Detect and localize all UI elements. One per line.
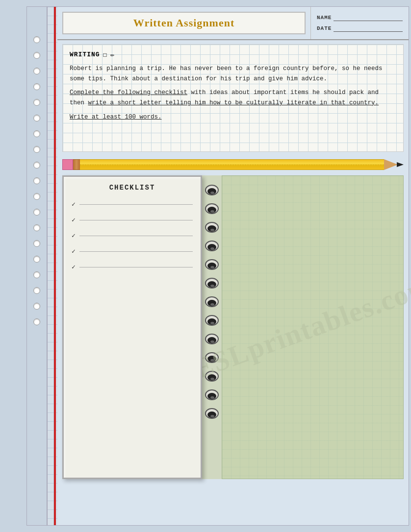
hole-6	[33, 115, 40, 121]
date-underline	[334, 25, 403, 32]
hole-4	[33, 83, 40, 90]
spiral-inner	[207, 411, 216, 418]
spiral-outer	[205, 222, 219, 233]
spiral-inner	[207, 263, 216, 269]
spiral-ring-6	[205, 277, 219, 289]
spiral-shine	[210, 192, 214, 194]
writing-paragraph-2: Complete the following checklist with id…	[70, 88, 396, 108]
hole-2	[33, 52, 40, 59]
spiral-outer	[205, 334, 219, 344]
holes-bar	[27, 7, 48, 525]
checkmark-3: ✓	[72, 232, 76, 240]
notebook-page: ESLprintables.com	[222, 175, 404, 479]
spiral-ring-13	[205, 408, 219, 419]
checkmark-4: ✓	[72, 247, 76, 255]
spiral-shine	[210, 285, 214, 287]
spiral-outer	[205, 241, 219, 251]
checkmark-5: ✓	[72, 263, 76, 271]
spiral-shine	[210, 229, 214, 231]
spiral-inner	[207, 207, 216, 213]
pencil-decoration	[57, 157, 409, 172]
spiral-outer	[205, 371, 219, 382]
writing-section: WRITING ☐ ✏ Robert is planning a trip. H…	[62, 44, 404, 152]
spiral-outer	[205, 389, 219, 400]
bottom-section: CHECKLIST ✓ ✓ ✓ ✓	[62, 175, 404, 479]
hole-19	[33, 318, 40, 325]
writing-paragraph-3: Write at least 100 words.	[70, 112, 396, 122]
spiral-shine	[210, 247, 214, 250]
worksheet-page: Written Assignment NAME DATE WRITING ☐ ✏	[26, 6, 409, 526]
page-title: Written Assignment	[133, 17, 234, 29]
hole-12	[33, 209, 40, 216]
spiral-shine	[210, 322, 214, 324]
spiral-shine	[210, 359, 214, 362]
list-item: ✓	[72, 232, 193, 240]
pencil-eraser	[62, 159, 73, 170]
writing-header: WRITING ☐ ✏	[70, 50, 396, 59]
spiral-outer	[205, 203, 219, 214]
name-field-row: NAME	[317, 14, 403, 21]
checkbox-icon: ☐	[103, 50, 107, 59]
spiral-ring-1	[205, 184, 219, 196]
writing-body: Robert is planning a trip. He has never …	[70, 64, 396, 122]
pencil-body	[80, 159, 384, 170]
hole-1	[33, 36, 40, 43]
hole-10	[33, 177, 40, 184]
checklist-items: ✓ ✓ ✓ ✓ ✓	[72, 200, 193, 271]
date-label: DATE	[317, 25, 332, 31]
list-item: ✓	[72, 216, 193, 224]
pencil-ferrule	[73, 159, 80, 170]
complete-checklist-instruction: Complete the following checklist	[70, 89, 187, 96]
spiral-outer	[205, 408, 219, 419]
hole-18	[33, 303, 40, 310]
spiral-outer	[205, 278, 219, 289]
pencil-icon: ✏	[110, 50, 115, 59]
spiral-ring-12	[205, 389, 219, 401]
spiral-shine	[210, 210, 214, 213]
date-field-row: DATE	[317, 25, 403, 32]
spiral-ring-2	[205, 203, 219, 215]
checklist-card: CHECKLIST ✓ ✓ ✓ ✓	[62, 175, 202, 479]
spiral-inner	[207, 300, 216, 306]
check-line-3	[79, 236, 193, 236]
hole-7	[33, 130, 40, 137]
spiral-outer	[205, 352, 219, 363]
spiral-outer	[205, 259, 219, 270]
hole-13	[33, 224, 40, 231]
name-label: NAME	[317, 15, 332, 21]
spiral-inner	[207, 188, 216, 194]
checkmark-1: ✓	[72, 200, 76, 208]
spiral-shine	[210, 415, 214, 417]
hole-3	[33, 68, 40, 74]
spiral-ring-5	[205, 259, 219, 270]
spiral-ring-4	[205, 240, 219, 252]
header-section: Written Assignment NAME DATE	[57, 7, 409, 40]
page-content: Written Assignment NAME DATE WRITING ☐ ✏	[57, 7, 409, 525]
hole-17	[33, 287, 40, 294]
checkmark-2: ✓	[72, 216, 76, 224]
pencil	[62, 159, 404, 170]
pencil-tip-box	[384, 159, 404, 170]
check-line-2	[79, 220, 193, 220]
red-margin-line	[54, 7, 56, 525]
spiral-ring-11	[205, 370, 219, 382]
word-count-instruction: Write at least 100 words.	[70, 114, 162, 121]
name-date-box: NAME DATE	[310, 7, 409, 39]
check-line-5	[79, 267, 193, 267]
spiral-inner	[207, 225, 216, 232]
name-underline	[334, 14, 403, 21]
hole-11	[33, 193, 40, 200]
spiral-inner	[207, 318, 216, 325]
spiral-inner	[207, 244, 216, 250]
spiral-outer	[205, 185, 219, 195]
title-box: Written Assignment	[62, 12, 306, 34]
watermark-text: ESLprintables.com	[188, 267, 411, 387]
hole-8	[33, 146, 40, 153]
hole-16	[33, 271, 40, 278]
list-item: ✓	[72, 263, 193, 271]
writing-paragraph-1: Robert is planning a trip. He has never …	[70, 64, 396, 84]
spiral-inner	[207, 374, 216, 381]
spiral-ring-9	[205, 333, 219, 345]
spiral-shine	[210, 303, 214, 306]
spiral-shine	[210, 266, 214, 268]
